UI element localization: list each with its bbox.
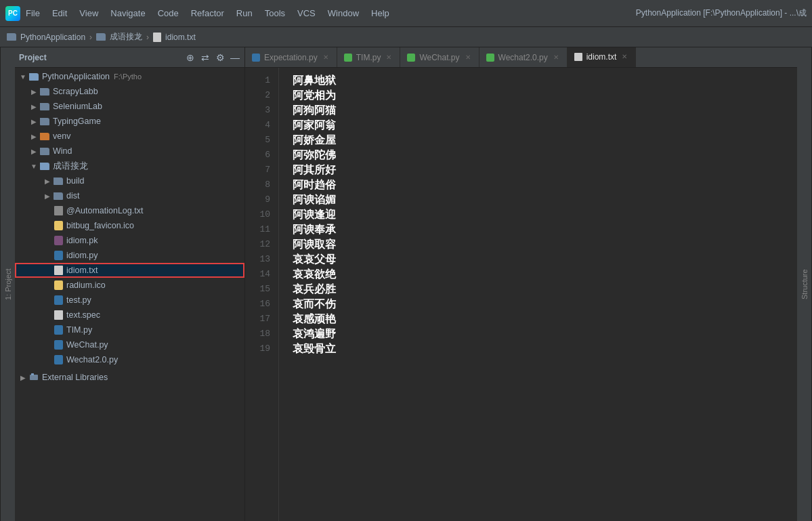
- line-number-19: 19: [245, 341, 270, 356]
- tab-idiom-txt-label: idiom.txt: [586, 52, 617, 62]
- tab-wechat-py-icon: [407, 54, 415, 62]
- tree-idiom-txt-icon: [53, 265, 64, 276]
- breadcrumb-root[interactable]: PythonApplication: [20, 33, 85, 42]
- tab-wechat-py[interactable]: WeChat.py ✕: [400, 47, 479, 67]
- tree-item-chengyu[interactable]: ▼ 成语接龙: [15, 159, 244, 173]
- tab-idiom-txt[interactable]: idiom.txt ✕: [568, 47, 637, 67]
- tree-item-text-spec[interactable]: text.spec: [15, 308, 244, 322]
- code-line-2: 阿党相为: [293, 88, 784, 103]
- menu-item-run[interactable]: Run: [231, 5, 258, 21]
- tree-item-automationlog[interactable]: @AutomationLog.txt: [15, 203, 244, 218]
- breadcrumb-file-icon: [153, 33, 161, 42]
- tree-item-venv[interactable]: ▶ venv: [15, 129, 244, 144]
- tree-root-arrow[interactable]: ▼: [18, 71, 28, 82]
- line-number-6: 6: [245, 148, 270, 163]
- project-toolbar-icon-add[interactable]: ⊕: [185, 52, 196, 63]
- tree-build-label: build: [66, 176, 84, 186]
- tree-automationlog-icon: [53, 205, 64, 216]
- breadcrumb-idiom-folder[interactable]: 成语接龙: [110, 31, 142, 43]
- tree-chengyu-arrow[interactable]: ▼: [28, 161, 39, 171]
- tree-item-idiom-txt[interactable]: idiom.txt: [15, 263, 244, 278]
- app-logo: PC: [5, 6, 20, 21]
- tree-item-bitbug[interactable]: bitbug_favicon.ico: [15, 218, 244, 233]
- tree-item-scrapylabb[interactable]: ▶ ScrapyLabb: [15, 84, 244, 99]
- menu-item-navigate[interactable]: Navigate: [105, 5, 150, 21]
- tree-wind-arrow[interactable]: ▶: [28, 146, 39, 157]
- tab-expectation-py[interactable]: Expectation.py ✕: [245, 47, 337, 67]
- menu-item-view[interactable]: View: [74, 5, 104, 21]
- menu-item-code[interactable]: Code: [152, 5, 184, 21]
- tree-chengyu-icon: [39, 161, 50, 171]
- tab-expectation-py-close[interactable]: ✕: [322, 53, 330, 62]
- tree-root[interactable]: ▼ PythonApplication F:\Pytho: [15, 69, 244, 84]
- project-panel: Project ⊕ ⇄ ⚙ — ▼ PythonApplication F:\P…: [15, 47, 245, 521]
- structure-sidebar-label[interactable]: Structure: [797, 47, 812, 521]
- tree-test-py-icon: [53, 295, 64, 306]
- tree-item-wechat-py[interactable]: WeChat.py: [15, 337, 244, 352]
- tree-item-typinggame[interactable]: ▶ TypingGame: [15, 114, 244, 129]
- editor-area: Expectation.py ✕ TIM.py ✕ WeChat.py ✕ We…: [245, 47, 797, 521]
- tree-typinggame-arrow[interactable]: ▶: [28, 116, 39, 127]
- tab-wechat2-py[interactable]: Wechat2.0.py ✕: [479, 47, 568, 67]
- tab-idiom-txt-close[interactable]: ✕: [620, 52, 628, 61]
- tab-wechat2-py-close[interactable]: ✕: [552, 53, 560, 62]
- tree-item-build[interactable]: ▶ build: [15, 173, 244, 188]
- breadcrumb-sep1: ›: [89, 33, 92, 42]
- tree-idiom-pk-icon: [53, 235, 64, 246]
- tree-item-seleniumlab[interactable]: ▶ SeleniumLab: [15, 99, 244, 114]
- project-toolbar-icon-gear[interactable]: ⚙: [215, 52, 226, 63]
- project-sidebar-label[interactable]: 1: Project: [0, 47, 15, 521]
- code-line-4: 阿家阿翁: [293, 118, 784, 133]
- tab-tim-py-close[interactable]: ✕: [385, 53, 393, 62]
- tree-dist-label: dist: [66, 191, 79, 201]
- tree-wechat2-py-label: Wechat2.0.py: [66, 355, 118, 364]
- tree-wechat-py-label: WeChat.py: [66, 340, 108, 350]
- tree-text-spec-label: text.spec: [66, 310, 100, 320]
- tree-scrapylabb-arrow[interactable]: ▶: [28, 86, 39, 97]
- project-toolbar-icon-scroll[interactable]: ⇄: [200, 52, 211, 63]
- tree-wechat2-py-icon: [53, 354, 64, 365]
- line-number-1: 1: [245, 73, 270, 88]
- tree-seleniumlab-arrow[interactable]: ▶: [28, 101, 39, 112]
- tree-item-wind[interactable]: ▶ Wind: [15, 144, 244, 159]
- menu-bar: FileEditViewNavigateCodeRefactorRunTools…: [20, 5, 636, 21]
- tree-typinggame-icon: [39, 116, 50, 127]
- tree-item-tim-py[interactable]: TIM.py: [15, 322, 244, 337]
- tree-item-idiom-pk[interactable]: idiom.pk: [15, 233, 244, 248]
- line-number-5: 5: [245, 133, 270, 148]
- line-number-14: 14: [245, 267, 270, 282]
- tree-venv-arrow[interactable]: ▶: [28, 131, 39, 142]
- tab-tim-py[interactable]: TIM.py ✕: [337, 47, 401, 67]
- code-line-9: 阿谀谄媚: [293, 192, 784, 207]
- editor-content: 12345678910111213141516171819 阿鼻地狱阿党相为阿狗…: [245, 68, 797, 521]
- tree-item-test-py[interactable]: test.py: [15, 293, 244, 308]
- tab-wechat2-py-label: Wechat2.0.py: [498, 53, 548, 62]
- menu-item-edit[interactable]: Edit: [47, 5, 72, 21]
- tree-bitbug-icon: [53, 220, 64, 231]
- breadcrumb-file[interactable]: idiom.txt: [165, 33, 196, 42]
- menu-item-file[interactable]: File: [20, 5, 45, 21]
- code-line-7: 阿其所好: [293, 163, 784, 178]
- tree-dist-arrow[interactable]: ▶: [42, 190, 53, 201]
- titlebar: PC FileEditViewNavigateCodeRefactorRunTo…: [0, 0, 812, 27]
- tree-item-dist[interactable]: ▶ dist: [15, 188, 244, 203]
- tree-item-external-libraries[interactable]: ▶ External Libraries: [15, 370, 244, 385]
- tree-build-arrow[interactable]: ▶: [42, 175, 53, 186]
- code-area[interactable]: 阿鼻地狱阿党相为阿狗阿猫阿家阿翁阿娇金屋阿弥陀佛阿其所好阿时趋俗阿谀谄媚阿谀逢迎…: [279, 68, 797, 521]
- menu-item-tools[interactable]: Tools: [259, 5, 291, 21]
- tree-item-wechat2-py[interactable]: Wechat2.0.py: [15, 352, 244, 367]
- tree-item-radium[interactable]: radium.ico: [15, 278, 244, 293]
- menu-item-refactor[interactable]: Refactor: [186, 5, 230, 21]
- tree-item-idiom-py[interactable]: idiom.py: [15, 248, 244, 263]
- project-toolbar-icon-minimize[interactable]: —: [230, 52, 240, 63]
- tree-dist-icon: [53, 190, 64, 201]
- tab-tim-py-label: TIM.py: [356, 53, 381, 62]
- tab-wechat-py-close[interactable]: ✕: [464, 53, 472, 62]
- menu-item-help[interactable]: Help: [366, 5, 395, 21]
- menu-item-vcs[interactable]: VCS: [292, 5, 321, 21]
- menu-item-window[interactable]: Window: [322, 5, 364, 21]
- tab-idiom-txt-icon: [574, 53, 582, 61]
- tree-extlib-arrow[interactable]: ▶: [18, 372, 28, 383]
- code-line-1: 阿鼻地狱: [293, 73, 784, 88]
- tab-bar: Expectation.py ✕ TIM.py ✕ WeChat.py ✕ We…: [245, 47, 797, 68]
